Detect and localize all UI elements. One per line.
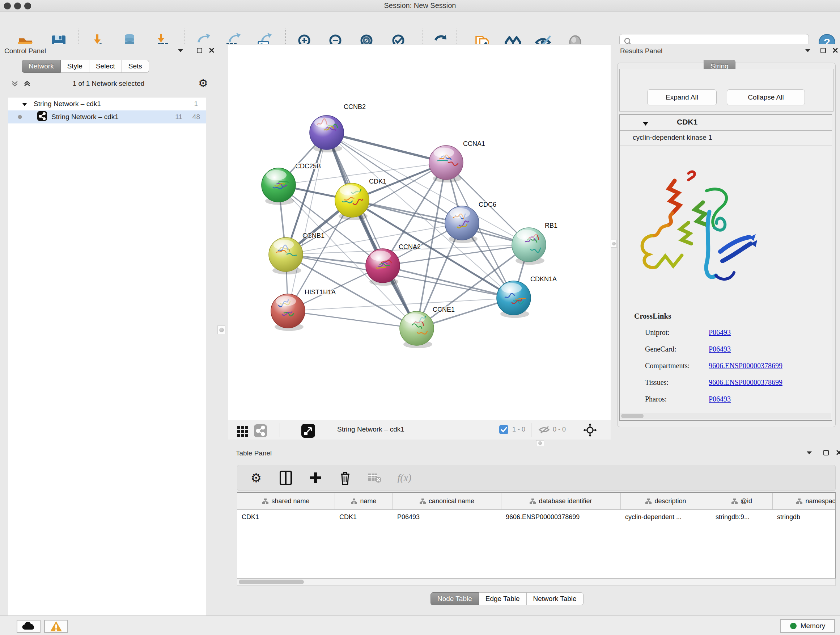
entry-gene-symbol: CDK1 — [677, 118, 698, 126]
edge-CCNB2-HIST1H1A[interactable] — [288, 133, 327, 311]
current-network-indicator — [18, 113, 22, 121]
node-CDKN1A[interactable] — [497, 281, 531, 318]
node-HIST1H1A[interactable] — [271, 294, 305, 331]
table-scrollbar-thumb[interactable] — [239, 580, 304, 584]
network-options-gear-icon[interactable]: ⚙ — [198, 77, 208, 89]
table-panel: Table Panel ⚙ f(x) shared namenamecanoni… — [228, 447, 840, 616]
crosslink-link[interactable]: P06493 — [709, 345, 731, 353]
left-splitter-handle[interactable] — [218, 325, 225, 334]
collapse-all-networks-icon[interactable] — [10, 79, 19, 88]
delete-table-icon[interactable] — [367, 470, 383, 486]
network-collection-row[interactable]: String Network – cdk1 1 — [8, 97, 206, 111]
control-panel-tabs: NetworkStyleSelectSets — [22, 60, 149, 73]
create-column-icon[interactable] — [308, 470, 324, 486]
memory-button[interactable]: Memory — [780, 619, 835, 633]
close-panel-icon[interactable] — [831, 46, 840, 55]
expand-all-button[interactable]: Expand All — [647, 89, 717, 105]
warning-button[interactable] — [44, 620, 68, 633]
node-label-HIST1H1A: HIST1H1A — [305, 288, 336, 296]
right-splitter[interactable] — [611, 44, 617, 440]
column-header-database-identifier[interactable]: database identifier — [501, 493, 621, 509]
fit-content-crosshair-icon[interactable] — [583, 423, 597, 439]
selected-checkbox-icon[interactable] — [499, 425, 508, 435]
table-cell[interactable]: P06493 — [393, 510, 501, 524]
crosslink-link[interactable]: 9606.ENSP00000378699 — [709, 362, 783, 370]
results-panel: Results Panel String Expand All Collapse… — [617, 44, 840, 440]
node-CDK1[interactable] — [335, 183, 369, 220]
tree-expander-icon[interactable] — [22, 100, 27, 108]
collapse-all-button[interactable]: Collapse All — [727, 89, 805, 105]
node-CDC25B[interactable] — [262, 168, 295, 205]
entry-scrollbar-thumb[interactable] — [621, 414, 644, 418]
tab-sets[interactable]: Sets — [122, 60, 149, 73]
node-label-CCNB1: CCNB1 — [302, 232, 325, 239]
node-CCNB1[interactable] — [269, 238, 303, 274]
crosslink-link[interactable]: P06493 — [709, 395, 731, 403]
edge-CCNB2-CCNA1[interactable] — [327, 133, 446, 163]
crosslink-link[interactable]: P06493 — [709, 328, 731, 337]
float-panel-icon[interactable] — [821, 448, 831, 457]
cytoscape-window: Session: New Session — [0, 0, 840, 635]
table-cell[interactable]: cyclin-dependent ... — [621, 510, 711, 524]
node-CDC6[interactable] — [445, 206, 479, 243]
function-builder-icon[interactable]: f(x) — [396, 470, 412, 486]
grid-view-icon[interactable] — [234, 424, 250, 440]
hidden-eye-icon[interactable] — [538, 425, 550, 436]
node-CCNE1[interactable] — [400, 311, 434, 348]
network-row[interactable]: String Network – cdk1 11 48 — [8, 111, 206, 124]
table-toolbar: ⚙ f(x) — [237, 465, 836, 491]
column-header-shared-name[interactable]: shared name — [237, 493, 335, 509]
node-CCNB2[interactable] — [309, 116, 344, 152]
table-horizontal-scrollbar[interactable] — [237, 578, 836, 586]
table-header-row: shared namenamecanonical namedatabase id… — [237, 493, 835, 510]
right-splitter-handle[interactable] — [611, 240, 617, 248]
table-cell[interactable]: stringdb:9... — [711, 510, 773, 524]
table-cell[interactable]: CDK1 — [237, 510, 335, 524]
collapse-panel-icon[interactable] — [805, 448, 814, 457]
window-title: Session: New Session — [0, 2, 840, 10]
bottom-status-bar: Memory — [0, 616, 840, 635]
delete-column-icon[interactable] — [337, 470, 353, 486]
table-cell[interactable]: CDK1 — [335, 510, 393, 524]
collapse-panel-icon[interactable] — [176, 46, 185, 55]
tab-network-table[interactable]: Network Table — [527, 592, 584, 605]
entry-header[interactable]: CDK1 — [620, 115, 832, 131]
node-CCNA2[interactable] — [366, 249, 400, 286]
column-header-id[interactable]: @id — [711, 493, 773, 509]
close-panel-icon[interactable] — [834, 448, 840, 457]
tab-style[interactable]: Style — [61, 60, 89, 73]
column-header-description[interactable]: description — [621, 493, 711, 509]
tab-node-table[interactable]: Node Table — [431, 592, 479, 605]
table-options-gear-icon[interactable]: ⚙ — [248, 470, 264, 486]
crosslink-link[interactable]: 9606.ENSP00000378699 — [709, 378, 783, 386]
table-cell[interactable]: 9606.ENSP00000378699 — [501, 510, 621, 524]
show-columns-icon[interactable] — [278, 470, 294, 486]
network-canvas[interactable]: CCNB2CCNA1CDC25BCDK1CDC6RB1CCNB1CCNA2CDK… — [228, 44, 611, 420]
node-CCNA1[interactable] — [429, 146, 463, 182]
cloud-button[interactable] — [17, 620, 41, 633]
collapse-panel-icon[interactable] — [803, 46, 813, 55]
expand-all-networks-icon[interactable] — [22, 79, 32, 88]
float-panel-icon[interactable] — [195, 46, 204, 55]
birds-eye-view-icon[interactable] — [300, 423, 316, 439]
column-header-name[interactable]: name — [335, 493, 393, 509]
column-header-canonical-name[interactable]: canonical name — [393, 493, 501, 509]
network-graph-svg[interactable]: CCNB2CCNA1CDC25BCDK1CDC6RB1CCNB1CCNA2CDK… — [228, 44, 611, 420]
horizontal-splitter[interactable] — [228, 440, 840, 447]
node-RB1[interactable] — [512, 228, 546, 264]
entry-expander-icon[interactable] — [643, 120, 648, 127]
table-cell[interactable]: stringdb — [773, 510, 836, 524]
table-row[interactable]: CDK1CDK1P064939606.ENSP00000378699cyclin… — [237, 510, 835, 524]
tab-select[interactable]: Select — [89, 60, 122, 73]
edge-HIST1H1A-CCNE1[interactable] — [288, 311, 417, 328]
tab-edge-table[interactable]: Edge Table — [479, 592, 527, 605]
column-header-namespace[interactable]: namespace — [773, 493, 836, 509]
entry-scrollbar[interactable] — [621, 413, 831, 419]
left-splitter[interactable] — [214, 44, 228, 616]
network-edge-count: 48 — [193, 113, 200, 121]
tab-network[interactable]: Network — [22, 60, 61, 73]
view-network-icon[interactable] — [253, 423, 268, 439]
crosslink-row: GeneCard:P06493 — [645, 345, 826, 353]
float-panel-icon[interactable] — [818, 46, 828, 55]
horizontal-splitter-handle[interactable] — [536, 440, 544, 446]
